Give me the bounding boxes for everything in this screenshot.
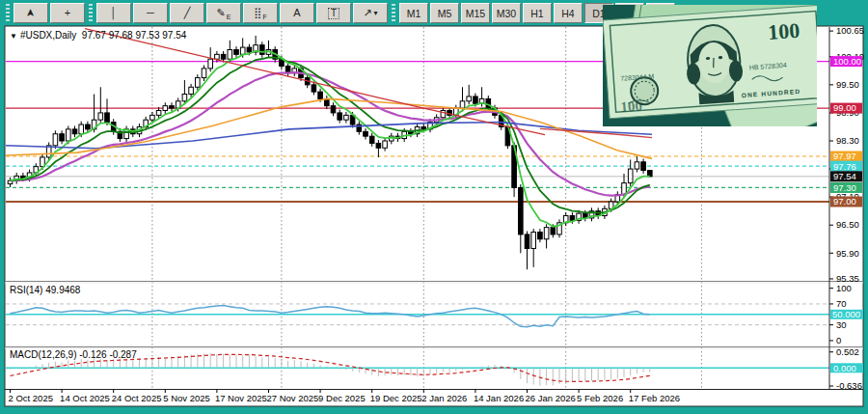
text-tool-button[interactable]: A [280, 3, 314, 23]
cursor-icon: ➤ [26, 9, 37, 17]
horizontal-line-tool-button[interactable]: ─ [133, 3, 168, 23]
drawing-tools-group: │─╱✎E⣿FAT↗▾ [95, 3, 389, 23]
rsi-tick-label: 30 [836, 319, 847, 330]
vertical-line-icon: │ [111, 8, 118, 18]
macd-tick-label: 0.502 [836, 346, 859, 357]
timeframe-h4-button[interactable]: H4 [554, 3, 583, 23]
price-tick-label: 95.90 [836, 248, 859, 259]
date-tick-label: 19 Dec 2025 [370, 393, 422, 403]
chart-menu-triangle[interactable]: ▼ [10, 32, 17, 41]
date-tick-label: 24 Oct 2025 [112, 393, 162, 403]
macd-tick-label: -0.636 [836, 380, 862, 391]
date-tick-label: 27 Nov 2025 [267, 393, 319, 403]
shapes-icon: ↗ [363, 8, 371, 18]
date-tick-label: 2 Oct 2025 [9, 393, 53, 403]
date-tick-label: 2 Jan 2026 [421, 393, 467, 403]
trend-line-tool-button[interactable]: ╱ [170, 3, 204, 23]
date-tick-label: 26 Jan 2026 [526, 393, 576, 403]
terminal-window: ➤+ │─╱✎E⣿FAT↗▾ M1M5M15M30H1H4D1W1MN 100.… [0, 0, 868, 414]
fibonacci-sub-letter: F [262, 14, 266, 22]
timeframe-m1-button[interactable]: M1 [399, 3, 428, 23]
date-tick-label: 14 Jan 2026 [474, 393, 524, 403]
timeframe-m5-button[interactable]: M5 [430, 3, 459, 23]
main-bill: 100 100 7283044 M HB 5728304 ONE HUNDRED [603, 5, 817, 119]
timeframe-h1-button[interactable]: H1 [523, 3, 552, 23]
shapes-tool-button[interactable]: ↗▾ [353, 3, 388, 23]
ohlc-values: 97.67 97.68 97.53 97.54 [82, 30, 186, 41]
price-tick-label: 96.50 [836, 219, 859, 230]
price-tick-label: 99.50 [836, 79, 859, 90]
rsi-tick-label: 100 [836, 283, 852, 293]
date-tick-label: 14 Oct 2025 [60, 393, 110, 403]
price-tick-label: 98.30 [836, 135, 859, 146]
cursor-tools-group: ➤+ [13, 3, 86, 23]
price-level-badge-text: 97.76 [833, 161, 856, 172]
rsi-tick-label: 0 [836, 335, 841, 345]
fibonacci-tool-button[interactable]: ⣿F [243, 3, 278, 23]
timeframe-m15-button[interactable]: M15 [461, 3, 490, 23]
text-icon: A [293, 8, 300, 18]
cursor-tool-button[interactable]: ➤ [14, 3, 48, 23]
price-tick-label: 100.65 [836, 25, 864, 36]
price-level-badge-text: 100.00 [833, 56, 861, 67]
macd-zero-badge-text: 0.000 [833, 363, 856, 373]
symbol-name: #USDX,Daily [20, 30, 76, 41]
equidistant-channel-sub-letter: E [227, 14, 231, 22]
vertical-line-tool-button[interactable]: │ [96, 3, 131, 23]
toolbar-grip[interactable] [392, 4, 395, 23]
dropdown-caret-icon[interactable]: ▾ [374, 9, 378, 17]
price-level-badge-text: 97.00 [833, 196, 856, 207]
rsi-indicator-label: RSI(14) 49.9468 [10, 285, 80, 295]
dollar-bills-image: 100 100 7283044 M HB 5728304 ONE HUNDRED [603, 5, 817, 126]
price-level-badge-text: 99.00 [833, 102, 856, 113]
bill-denomination: 100 [767, 18, 800, 44]
macd-indicator-label: MACD(12,26,9) -0.126 -0.287 [10, 349, 137, 360]
date-tick-label: 17 Feb 2026 [629, 393, 680, 403]
horizontal-line-icon: ─ [147, 8, 154, 18]
equidistant-channel-icon: ✎ [217, 8, 226, 18]
date-tick-label: 17 Nov 2025 [215, 393, 267, 403]
fibonacci-icon: ⣿ [254, 8, 261, 18]
toolbar-grip[interactable] [89, 4, 93, 23]
text-label-icon: T [328, 8, 339, 19]
date-tick-label: 9 Dec 2025 [318, 393, 366, 403]
text-label-tool-button[interactable]: T [316, 3, 351, 23]
timeframe-m30-button[interactable]: M30 [492, 3, 521, 23]
equidistant-channel-tool-button[interactable]: ✎E [206, 3, 241, 23]
price-level-badge-text: 97.30 [833, 182, 856, 193]
date-tick-label: 5 Feb 2026 [577, 393, 623, 403]
chart-title: ▼#USDX,Daily 97.67 97.68 97.53 97.54 [10, 30, 186, 41]
rsi-tick-label: 70 [836, 298, 847, 309]
crosshair-tool-button[interactable]: + [50, 3, 85, 23]
price-level-badge-text: 97.54 [833, 171, 856, 181]
toolbar-grip[interactable] [6, 4, 10, 23]
crosshair-icon: + [65, 8, 70, 18]
rsi-mid-badge-text: 50.000 [832, 309, 860, 319]
date-tick-label: 5 Nov 2025 [163, 393, 210, 403]
trend-line-icon: ╱ [184, 8, 191, 18]
